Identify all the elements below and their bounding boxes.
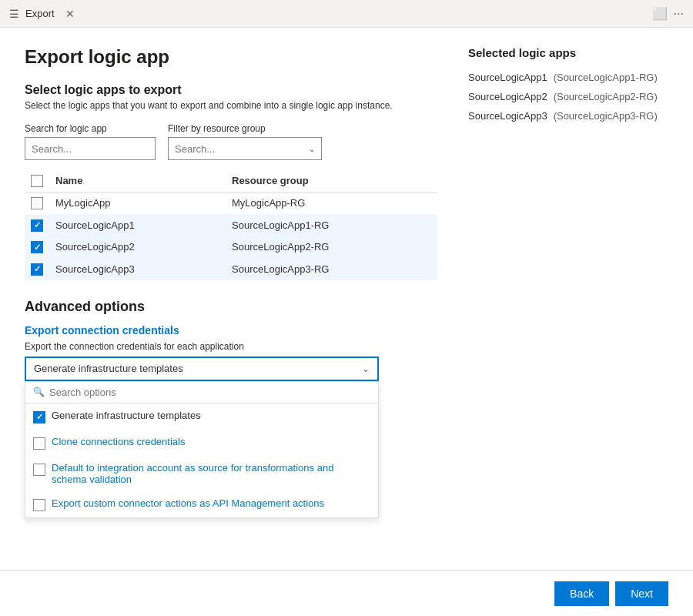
row-name: MyLogicApp xyxy=(49,192,226,214)
checkbox-cell xyxy=(25,236,49,259)
dropdown-selected-text: Generate infrastructure templates xyxy=(34,363,183,374)
logic-app-table: Name Resource group MyLogicAppMyLogicApp… xyxy=(25,169,437,280)
selected-app-name: SourceLogicApp2 xyxy=(468,91,547,102)
selected-app-item: SourceLogicApp1(SourceLogicApp1-RG) xyxy=(468,72,668,83)
row-checkbox[interactable] xyxy=(31,219,43,232)
right-panel-heading: Selected logic apps xyxy=(468,46,668,59)
main-content: Export logic app Select logic apps to ex… xyxy=(0,28,693,616)
tab-title: Export xyxy=(25,8,55,19)
selected-app-rg: (SourceLogicApp3-RG) xyxy=(554,110,658,122)
option-text: Generate infrastructure templates xyxy=(52,410,201,421)
advanced-heading: Advanced options xyxy=(25,299,437,315)
dropdown-search-icon: 🔍 xyxy=(33,387,45,397)
dropdown-menu: 🔍 Generate infrastructure templatesClone… xyxy=(25,381,379,518)
dropdown-search-input[interactable] xyxy=(49,387,370,398)
next-button[interactable]: Next xyxy=(615,581,668,606)
checkbox-cell xyxy=(25,258,49,280)
option-text: Default to integration account as source… xyxy=(52,462,370,485)
option-text: Clone connections credentials xyxy=(52,436,185,447)
back-button[interactable]: Back xyxy=(554,581,609,606)
checkbox-cell xyxy=(25,192,49,214)
option-checkbox[interactable] xyxy=(33,411,45,424)
table-row: SourceLogicApp1SourceLogicApp1-RG xyxy=(25,214,437,236)
layout-button[interactable]: ⬜ xyxy=(652,6,668,21)
export-connection-label: Export the connection credentials for ea… xyxy=(25,341,437,352)
export-connection-heading: Export connection credentials xyxy=(25,324,437,336)
search-row: Search for logic app Filter by resource … xyxy=(25,123,437,160)
filter-group: Filter by resource group ⌄ xyxy=(168,123,322,160)
chevron-down-icon: ⌄ xyxy=(309,145,315,153)
filter-input[interactable] xyxy=(175,143,309,155)
filter-input-wrap: ⌄ xyxy=(168,137,322,160)
right-panel: Selected logic apps SourceLogicApp1(Sour… xyxy=(468,46,668,554)
title-bar-left: ☰ Export ✕ xyxy=(9,6,79,22)
page-title: Export logic app xyxy=(25,46,437,68)
dropdown-selected[interactable]: Generate infrastructure templates ⌄ xyxy=(25,357,379,381)
table-row: SourceLogicApp2SourceLogicApp2-RG xyxy=(25,236,437,259)
row-checkbox[interactable] xyxy=(31,241,43,253)
dropdown-option[interactable]: Clone connections credentials xyxy=(25,430,378,456)
checkbox-cell xyxy=(25,214,49,236)
row-name: SourceLogicApp1 xyxy=(49,214,226,236)
dropdown-option[interactable]: Export custom connector actions as API M… xyxy=(25,491,378,517)
row-resource-group: SourceLogicApp1-RG xyxy=(226,214,437,236)
search-label: Search for logic app xyxy=(25,123,156,134)
header-name: Name xyxy=(49,169,226,192)
row-name: SourceLogicApp3 xyxy=(49,258,226,280)
row-resource-group: SourceLogicApp3-RG xyxy=(226,258,437,280)
selected-app-rg: (SourceLogicApp2-RG) xyxy=(554,91,658,102)
more-button[interactable]: ··· xyxy=(674,7,684,21)
dropdown-wrap: Generate infrastructure templates ⌄ 🔍 Ge… xyxy=(25,357,379,381)
option-checkbox[interactable] xyxy=(33,499,45,511)
title-bar-right: ⬜ ··· xyxy=(652,6,684,21)
close-tab-button[interactable]: ✕ xyxy=(61,6,79,22)
dropdown-chevron-icon: ⌄ xyxy=(362,363,370,374)
menu-icon: ☰ xyxy=(9,8,19,20)
search-group: Search for logic app xyxy=(25,123,156,160)
row-checkbox[interactable] xyxy=(31,197,43,209)
dropdown-option[interactable]: Generate infrastructure templates xyxy=(25,403,378,430)
row-resource-group: MyLogicApp-RG xyxy=(226,192,437,214)
option-text: Export custom connector actions as API M… xyxy=(52,497,324,509)
select-all-checkbox[interactable] xyxy=(31,175,43,187)
dropdown-option[interactable]: Default to integration account as source… xyxy=(25,456,378,491)
table-row: SourceLogicApp3SourceLogicApp3-RG xyxy=(25,258,437,280)
title-bar: ☰ Export ✕ ⬜ ··· xyxy=(0,0,693,28)
option-checkbox[interactable] xyxy=(33,437,45,450)
dropdown-search: 🔍 xyxy=(25,382,378,403)
filter-label: Filter by resource group xyxy=(168,123,322,134)
selected-app-rg: (SourceLogicApp1-RG) xyxy=(554,72,658,83)
selected-app-item: SourceLogicApp2(SourceLogicApp2-RG) xyxy=(468,91,668,102)
header-checkbox-cell xyxy=(25,169,49,192)
section-heading: Select logic apps to export xyxy=(25,83,437,97)
option-checkbox[interactable] xyxy=(33,464,45,476)
left-panel: Export logic app Select logic apps to ex… xyxy=(25,46,437,554)
row-resource-group: SourceLogicApp2-RG xyxy=(226,236,437,259)
selected-app-name: SourceLogicApp3 xyxy=(468,110,547,122)
search-input-wrap xyxy=(25,137,156,160)
selected-app-item: SourceLogicApp3(SourceLogicApp3-RG) xyxy=(468,110,668,122)
section-description: Select the logic apps that you want to e… xyxy=(25,100,437,111)
table-header-row: Name Resource group xyxy=(25,169,437,192)
footer-bar: Back Next xyxy=(0,570,693,616)
selected-app-name: SourceLogicApp1 xyxy=(468,72,547,83)
header-resource-group: Resource group xyxy=(226,169,437,192)
table-row: MyLogicAppMyLogicApp-RG xyxy=(25,192,437,214)
row-checkbox[interactable] xyxy=(31,263,43,276)
search-input[interactable] xyxy=(32,143,149,155)
row-name: SourceLogicApp2 xyxy=(49,236,226,259)
